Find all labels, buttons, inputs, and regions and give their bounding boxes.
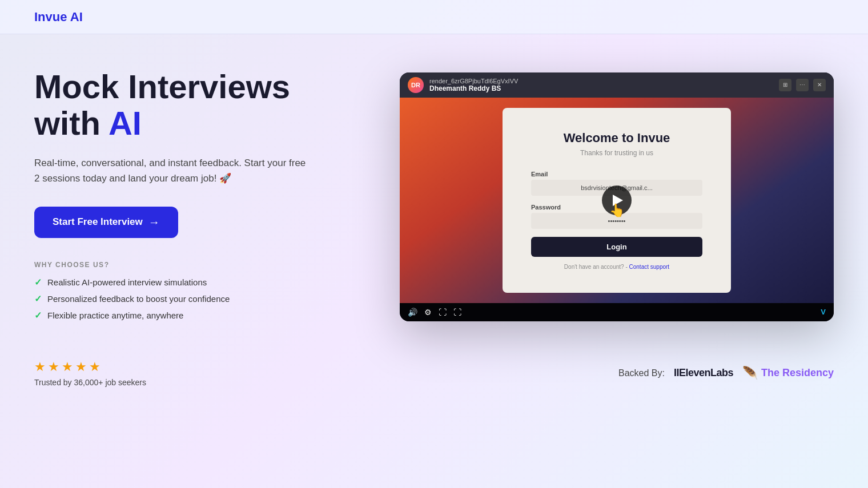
navbar: Invue AI — [0, 0, 868, 34]
hero-title-highlight: AI — [108, 104, 142, 142]
residency-logo: 🪶 The Residency — [742, 366, 834, 381]
star-2: ★ — [48, 360, 59, 374]
elevenlabs-logo: IIElevenLabs — [674, 367, 733, 379]
browser-controls-right: ⊞ ⋯ ✕ — [779, 79, 826, 91]
logo[interactable]: Invue AI — [34, 10, 83, 25]
star-5: ★ — [89, 360, 101, 374]
residency-text: The Residency — [761, 367, 834, 379]
backed-by-section: Backed By: IIElevenLabs 🪶 The Residency — [618, 366, 834, 381]
inner-login-label: Login — [606, 243, 626, 251]
check-icon-2: ✓ — [34, 293, 42, 304]
cta-label: Start Free Interview — [53, 216, 143, 228]
contact-support-link[interactable]: Contact support — [629, 264, 670, 270]
feature-label-1: Realistic AI-powered interview simulatio… — [47, 277, 207, 287]
email-label: Email — [531, 171, 702, 178]
hero-title-line1: Mock Interviews — [34, 68, 290, 105]
inner-login-button[interactable]: Login 👆 — [531, 237, 702, 257]
rating-section: ★ ★ ★ ★ ★ Trusted by 36,000+ job seekers — [34, 360, 146, 387]
avatar-initials: DR — [411, 82, 420, 88]
star-3: ★ — [62, 360, 73, 374]
video-controls-bar: 🔊 ⚙ ⛶ ⛶ V — [400, 303, 834, 321]
star-4: ★ — [75, 360, 87, 374]
start-interview-button[interactable]: Start Free Interview → — [34, 207, 178, 238]
settings-icon[interactable]: ⚙ — [424, 308, 432, 317]
residency-wing-icon: 🪶 — [742, 366, 758, 381]
bottom-section: ★ ★ ★ ★ ★ Trusted by 36,000+ job seekers… — [0, 348, 868, 410]
fullscreen-small-icon[interactable]: ⛶ — [439, 308, 447, 317]
cta-arrow-icon: → — [148, 216, 160, 229]
vimeo-logo: V — [821, 308, 826, 316]
hero-title: Mock Interviews with AI — [34, 68, 308, 142]
browser-title-area: render_6zrG8PjbuTdl6EgVxIVV Dheemanth Re… — [429, 78, 518, 92]
check-icon-1: ✓ — [34, 277, 42, 288]
hero-left: Mock Interviews with AI Real-time, conve… — [34, 68, 308, 325]
browser-user-name: Dheemanth Reddy BS — [429, 84, 518, 92]
feature-list: ✓ Realistic AI-powered interview simulat… — [34, 277, 308, 321]
browser-ctrl-2[interactable]: ⋯ — [796, 79, 809, 91]
inner-screen-title: Welcome to Invue — [531, 131, 702, 146]
cursor-hand-icon: 👆 — [609, 203, 625, 218]
rating-text: Trusted by 36,000+ job seekers — [34, 378, 146, 387]
inner-contact-text: Don't have an account? - Contact support — [531, 264, 702, 270]
browser-render-id: render_6zrG8PjbuTdl6EgVxIVV — [429, 78, 518, 84]
browser-ctrl-3[interactable]: ✕ — [813, 79, 826, 91]
browser-avatar: DR — [408, 77, 424, 93]
feature-label-3: Flexible practice anytime, anywhere — [47, 310, 183, 320]
feature-item-1: ✓ Realistic AI-powered interview simulat… — [34, 277, 308, 288]
browser-bar: DR render_6zrG8PjbuTdl6EgVxIVV Dheemanth… — [400, 72, 834, 98]
video-content: Welcome to Invue Thanks for trusting in … — [400, 98, 834, 303]
hero-section: Mock Interviews with AI Real-time, conve… — [0, 34, 868, 348]
inner-contact-label: Don't have an account? - — [564, 264, 629, 270]
feature-item-2: ✓ Personalized feedback to boost your co… — [34, 293, 308, 304]
star-rating: ★ ★ ★ ★ ★ — [34, 360, 146, 374]
why-choose-us-section: WHY CHOOSE US? ✓ Realistic AI-powered in… — [34, 261, 308, 321]
feature-label-2: Personalized feedback to boost your conf… — [47, 294, 230, 304]
browser-ctrl-1[interactable]: ⊞ — [779, 79, 791, 91]
check-icon-3: ✓ — [34, 310, 42, 321]
star-1: ★ — [34, 360, 46, 374]
backed-label: Backed By: — [618, 368, 665, 378]
hero-right: DR render_6zrG8PjbuTdl6EgVxIVV Dheemanth… — [400, 72, 834, 321]
inner-screen-subtitle: Thanks for trusting in us — [531, 149, 702, 157]
fullscreen-icon[interactable]: ⛶ — [453, 308, 461, 317]
volume-icon[interactable]: 🔊 — [408, 308, 417, 317]
hero-subtitle: Real-time, conversational, and instant f… — [34, 155, 308, 186]
video-container: DR render_6zrG8PjbuTdl6EgVxIVV Dheemanth… — [400, 72, 834, 321]
feature-item-3: ✓ Flexible practice anytime, anywhere — [34, 310, 308, 321]
hero-title-line2: with — [34, 104, 108, 142]
why-title: WHY CHOOSE US? — [34, 261, 308, 269]
